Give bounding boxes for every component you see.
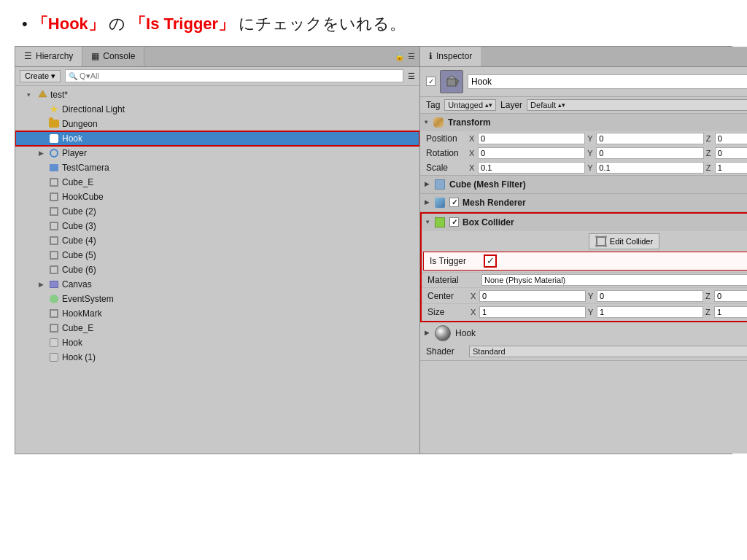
tag-select[interactable]: Untagged ▴▾ [444,99,496,111]
mesh-filter-header[interactable]: ▶ Cube (Mesh Filter) 📄 ⚙ ☰ [420,176,747,193]
svg-rect-1 [447,79,456,86]
mesh-renderer-checkbox[interactable] [449,198,459,207]
svg-point-6 [604,236,607,238]
tree-item-hook1[interactable]: Hook (1) [15,350,419,365]
edit-collider-button[interactable]: Edit Collider [589,233,659,249]
tree-item-testcam[interactable]: TestCamera [15,160,419,175]
scale-y-input[interactable] [596,162,703,174]
hook-label: 「Hook」 [32,15,104,33]
tree-label-hook2: Hook [62,338,82,348]
tree-item-canvas[interactable]: ▶ Canvas [15,277,419,292]
search-input[interactable] [80,71,400,80]
center-y-input[interactable] [597,290,703,302]
tree-item-player[interactable]: ▶ Player [15,146,419,160]
position-x-input[interactable] [478,133,585,144]
size-x-input[interactable] [479,306,586,318]
svg-marker-2 [447,76,456,79]
size-row: Size X Y Z [422,303,747,321]
center-y-field: Y [588,290,703,302]
object-icon [440,70,463,93]
layer-select[interactable]: Default ▴▾ [527,99,747,111]
object-active-checkbox[interactable] [426,77,436,86]
transform-header[interactable]: ▾ Transform 📄 ⚙ ☰ [420,114,747,131]
center-xyz: X Y Z [471,290,747,302]
scale-z-input[interactable] [715,162,747,174]
svg-rect-4 [597,237,605,246]
inspector-content: Static ▾ Tag Untagged ▴▾ Layer Default ▴… [420,67,747,454]
hierarchy-options-icon[interactable]: ☰ [408,71,415,81]
tree-label-hook1: Hook (1) [62,352,96,362]
edit-collider-row: Edit Collider [422,231,747,252]
tree-item-cube2[interactable]: Cube (2) [15,204,419,219]
rotation-z-input[interactable] [715,147,747,159]
tab-console[interactable]: ▦ Console [82,47,144,66]
tree-item-hookmark[interactable]: HookMark [15,306,419,321]
box-collider-icon-el [434,217,446,228]
tag-layer-row: Tag Untagged ▴▾ Layer Default ▴▾ [420,97,747,114]
size-label: Size [427,307,468,317]
menu-icon[interactable]: ☰ [408,52,415,61]
tree-item-cube5[interactable]: Cube (5) [15,248,419,262]
scale-x-label: X [469,163,476,172]
svg-marker-3 [456,79,459,86]
size-y-input[interactable] [597,306,703,318]
tree-item-hookcube[interactable]: HookCube [15,190,419,204]
position-z-input[interactable] [715,133,747,144]
shader-row: Shader Standard ▾ [420,344,747,360]
scale-row: Scale X Y Z [420,160,747,175]
box-collider-section: ▾ Box Collider 📄 ⚙ ☰ [420,212,747,322]
hierarchy-panel: ☰ Hierarchy ▦ Console 🔒 ☰ Create ▾ 🔍 ☰ ▾ [15,47,420,454]
inspector-header: Static ▾ [420,67,747,97]
rotation-y-field: Y [587,147,703,159]
shader-select[interactable]: Standard ▾ [469,346,747,357]
box-collider-label: Box Collider [462,217,514,228]
unity-editor: ☰ Hierarchy ▦ Console 🔒 ☰ Create ▾ 🔍 ☰ ▾ [15,46,732,454]
tab-inspector[interactable]: ℹ Inspector [420,47,481,66]
script-name-label: Hook [455,328,476,338]
scale-x-input[interactable] [478,162,585,174]
size-x-label: X [471,308,478,316]
material-label: Material [427,275,479,285]
tree-label-testcam: TestCamera [62,163,109,173]
tree-item-cube4[interactable]: Cube (4) [15,233,419,248]
box-collider-checkbox[interactable] [449,217,459,227]
hierarchy-lock-area: 🔒 ☰ [395,47,419,66]
position-y-label: Y [587,134,595,143]
tree-label-cube5: Cube (5) [62,250,96,260]
tree-item-hook2[interactable]: Hook [15,335,419,350]
tab-hierarchy[interactable]: ☰ Hierarchy [15,47,82,66]
mesh-renderer-header[interactable]: ▶ Mesh Renderer 📄 ⚙ ☰ [420,194,747,211]
tree-label-dungeon: Dungeon [62,119,98,129]
tree-item-dungeon[interactable]: Dungeon [15,117,419,131]
tree-label-hookcube: HookCube [62,192,104,202]
position-y-input[interactable] [596,133,703,144]
center-x-input[interactable] [479,290,586,302]
inspector-tab-icon: ℹ [429,51,433,61]
tree-item-cubee2[interactable]: Cube_E [15,321,419,335]
position-row: Position X Y Z [420,131,747,146]
tree-item-hook[interactable]: Hook [15,131,419,146]
hook2-icon [49,338,59,348]
tree-item-cube3[interactable]: Cube (3) [15,219,419,233]
tree-item-cube6[interactable]: Cube (6) [15,262,419,277]
svg-point-5 [595,236,598,238]
create-button[interactable]: Create ▾ [20,70,61,82]
material-value: None (Physic Material) [481,274,747,286]
edit-collider-icon [595,236,607,247]
tree-item-eventsystem[interactable]: EventSystem [15,292,419,306]
script-header: ▶ Hook 📄 ⚙ ☰ [420,322,747,344]
tree-item-dirlight[interactable]: Directional Light [15,102,419,117]
rotation-x-input[interactable] [478,147,585,159]
box-collider-header[interactable]: ▾ Box Collider 📄 ⚙ ☰ [422,214,747,231]
rotation-y-input[interactable] [596,147,703,159]
lock-icon[interactable]: 🔒 [395,52,405,61]
center-z-input[interactable] [714,290,747,302]
is-trigger-checkbox[interactable]: ✓ [484,254,497,268]
tree-item-cubee[interactable]: Cube_E [15,175,419,190]
object-name-field[interactable] [468,74,747,89]
size-z-input[interactable] [714,306,747,318]
scene-icon [37,90,47,100]
position-z-field: Z [706,133,747,144]
tree-item-test[interactable]: ▾ test* [15,88,419,102]
canvas-icon [49,279,59,289]
